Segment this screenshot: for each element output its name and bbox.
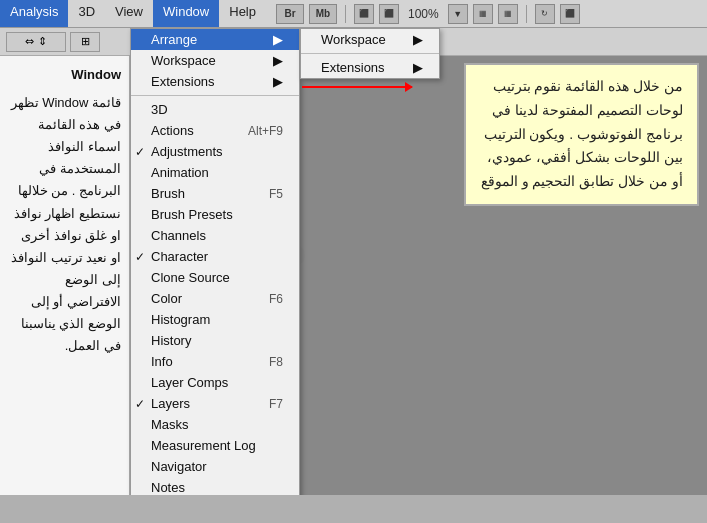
menu-item-masks[interactable]: Masks <box>131 414 299 435</box>
menubar-help[interactable]: Help <box>219 0 266 27</box>
rotate-btn[interactable]: ↻ <box>535 4 555 24</box>
menu-item-adjustments[interactable]: ✓ Adjustments <box>131 141 299 162</box>
histogram-label: Histogram <box>151 312 210 327</box>
character-label: Character <box>151 249 208 264</box>
3d-label: 3D <box>151 102 168 117</box>
color-shortcut: F6 <box>269 292 283 306</box>
menubar-3d[interactable]: 3D <box>68 0 105 27</box>
layers-shortcut: F7 <box>269 397 283 411</box>
menu-item-history[interactable]: History <box>131 330 299 351</box>
menu-item-animation[interactable]: Animation <box>131 162 299 183</box>
main-area: ⇔ ⇕ ⊞ Window قائمة Window تظهر في هذه ال… <box>0 28 707 495</box>
tile-button[interactable]: ⊞ <box>70 32 100 52</box>
menu-item-info[interactable]: Info F8 <box>131 351 299 372</box>
channels-label: Channels <box>151 228 206 243</box>
animation-label: Animation <box>151 165 209 180</box>
brush-presets-label: Brush Presets <box>151 207 233 222</box>
toolbar-btn2[interactable]: ⬛ <box>379 4 399 24</box>
arrange-btn1[interactable]: ▦ <box>473 4 493 24</box>
brush-shortcut: F5 <box>269 187 283 201</box>
window-menu: Arrange ▶ Workspace ▶ Extensions ▶ 3D Ac… <box>130 28 300 495</box>
panel-description: قائمة Window تظهر في هذه القائمة اسماء ا… <box>8 92 121 357</box>
adjustments-label: Adjustments <box>151 144 223 159</box>
actions-shortcut: Alt+F9 <box>248 124 283 138</box>
arrange-submenu: Workspace ▶ Extensions ▶ <box>300 28 440 79</box>
masks-label: Masks <box>151 417 189 432</box>
menu-item-color[interactable]: Color F6 <box>131 288 299 309</box>
zoom-percentage: 100% <box>404 7 443 21</box>
menu-item-channels[interactable]: Channels <box>131 225 299 246</box>
arrange-btn2[interactable]: ▦ <box>498 4 518 24</box>
extensions-label: Extensions <box>151 74 215 89</box>
arrange-arrows[interactable]: ⇔ ⇕ <box>6 32 66 52</box>
menu-item-brush[interactable]: Brush F5 <box>131 183 299 204</box>
measurement-log-label: Measurement Log <box>151 438 256 453</box>
menu-item-notes[interactable]: Notes <box>131 477 299 495</box>
arabic-info-panel: Window قائمة Window تظهر في هذه القائمة … <box>0 56 130 495</box>
adjustments-check: ✓ <box>135 145 145 159</box>
actions-label: Actions <box>151 123 194 138</box>
menu-item-layer-comps[interactable]: Layer Comps <box>131 372 299 393</box>
red-arrow <box>302 86 412 88</box>
zoom-dropdown[interactable]: ▼ <box>448 4 468 24</box>
menubar-window[interactable]: Window <box>153 0 219 27</box>
submenu-extensions-arrow: ▶ <box>413 60 423 75</box>
notes-label: Notes <box>151 480 185 495</box>
menu-item-workspace[interactable]: Workspace ▶ <box>131 50 299 71</box>
info-label: Info <box>151 354 173 369</box>
history-label: History <box>151 333 191 348</box>
bridge-button[interactable]: Br <box>276 4 304 24</box>
arrange-sep <box>301 53 439 54</box>
menu-item-layers[interactable]: ✓ Layers F7 <box>131 393 299 414</box>
submenu-extensions-label: Extensions <box>321 60 385 75</box>
menu-item-extensions[interactable]: Extensions ▶ <box>131 71 299 92</box>
submenu-workspace-label: Workspace <box>321 32 386 47</box>
menu-item-3d[interactable]: 3D <box>131 99 299 120</box>
character-check: ✓ <box>135 250 145 264</box>
workspace-arrow-icon: ▶ <box>273 53 283 68</box>
menubar-analysis[interactable]: Analysis <box>0 0 68 27</box>
layer-comps-label: Layer Comps <box>151 375 228 390</box>
menu-item-histogram[interactable]: Histogram <box>131 309 299 330</box>
menu-item-navigator[interactable]: Navigator <box>131 456 299 477</box>
brush-label: Brush <box>151 186 185 201</box>
info-shortcut: F8 <box>269 355 283 369</box>
info-box: من خلال هذه القائمة نقوم بترتيب لوحات ال… <box>464 63 699 206</box>
workspace-label: Workspace <box>151 53 216 68</box>
layers-label: Layers <box>151 396 190 411</box>
menu-item-brush-presets[interactable]: Brush Presets <box>131 204 299 225</box>
extensions-arrow-icon: ▶ <box>273 74 283 89</box>
menu-item-actions[interactable]: Actions Alt+F9 <box>131 120 299 141</box>
minibrige-button[interactable]: Mb <box>309 4 337 24</box>
clone-source-label: Clone Source <box>151 270 230 285</box>
menu-item-arrange[interactable]: Arrange ▶ <box>131 29 299 50</box>
navigator-label: Navigator <box>151 459 207 474</box>
layers-check: ✓ <box>135 397 145 411</box>
menu-item-character[interactable]: ✓ Character <box>131 246 299 267</box>
panel-title: Window <box>8 64 121 86</box>
submenu-extensions[interactable]: Extensions ▶ <box>301 57 439 78</box>
separator-1 <box>131 95 299 96</box>
arrange-arrow-icon: ▶ <box>273 32 283 47</box>
menubar: Analysis 3D View Window Help Br Mb ⬛ ⬛ 1… <box>0 0 707 28</box>
submenu-workspace-arrow: ▶ <box>413 32 423 47</box>
info-box-text: من خلال هذه القائمة نقوم بترتيب لوحات ال… <box>480 75 683 194</box>
menubar-view[interactable]: View <box>105 0 153 27</box>
extra-btn[interactable]: ⬛ <box>560 4 580 24</box>
color-label: Color <box>151 291 182 306</box>
menu-item-clone-source[interactable]: Clone Source <box>131 267 299 288</box>
menu-item-measurement-log[interactable]: Measurement Log <box>131 435 299 456</box>
toolbar-btn1[interactable]: ⬛ <box>354 4 374 24</box>
arrange-label: Arrange <box>151 32 197 47</box>
submenu-workspace[interactable]: Workspace ▶ <box>301 29 439 50</box>
